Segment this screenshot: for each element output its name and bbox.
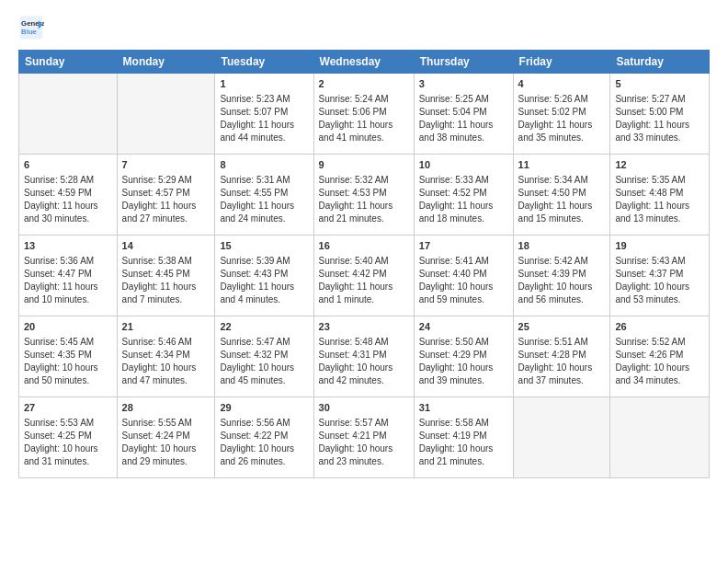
- calendar-week-5: 27Sunrise: 5:53 AM Sunset: 4:25 PM Dayli…: [19, 397, 710, 478]
- day-info: Sunrise: 5:47 AM Sunset: 4:32 PM Dayligh…: [220, 337, 294, 385]
- day-number: 4: [518, 77, 606, 91]
- day-info: Sunrise: 5:48 AM Sunset: 4:31 PM Dayligh…: [319, 337, 393, 385]
- calendar-week-1: 1Sunrise: 5:23 AM Sunset: 5:07 PM Daylig…: [19, 74, 710, 155]
- weekday-friday: Friday: [513, 51, 610, 74]
- day-info: Sunrise: 5:38 AM Sunset: 4:45 PM Dayligh…: [122, 256, 197, 304]
- day-info: Sunrise: 5:25 AM Sunset: 5:04 PM Dayligh…: [419, 94, 494, 143]
- day-info: Sunrise: 5:27 AM Sunset: 5:00 PM Dayligh…: [615, 94, 689, 143]
- calendar-cell: 30Sunrise: 5:57 AM Sunset: 4:21 PM Dayli…: [313, 397, 414, 478]
- calendar-cell: 9Sunrise: 5:32 AM Sunset: 4:53 PM Daylig…: [313, 155, 414, 236]
- day-info: Sunrise: 5:46 AM Sunset: 4:34 PM Dayligh…: [122, 337, 197, 385]
- day-number: 5: [615, 77, 704, 91]
- day-number: 20: [24, 320, 112, 334]
- calendar-cell: 22Sunrise: 5:47 AM Sunset: 4:32 PM Dayli…: [215, 316, 313, 397]
- calendar-cell: 28Sunrise: 5:55 AM Sunset: 4:24 PM Dayli…: [117, 397, 215, 478]
- day-info: Sunrise: 5:31 AM Sunset: 4:55 PM Dayligh…: [220, 175, 294, 224]
- day-number: 10: [419, 158, 508, 172]
- calendar-cell: 18Sunrise: 5:42 AM Sunset: 4:39 PM Dayli…: [513, 236, 610, 316]
- day-info: Sunrise: 5:26 AM Sunset: 5:02 PM Dayligh…: [518, 94, 593, 143]
- day-number: 12: [615, 158, 704, 172]
- day-number: 9: [319, 158, 409, 172]
- day-info: Sunrise: 5:43 AM Sunset: 4:37 PM Dayligh…: [615, 256, 689, 304]
- day-number: 22: [220, 320, 308, 334]
- calendar-cell: [19, 74, 118, 155]
- day-info: Sunrise: 5:51 AM Sunset: 4:28 PM Dayligh…: [518, 337, 593, 385]
- day-number: 19: [615, 239, 704, 253]
- day-number: 27: [24, 401, 112, 415]
- calendar-cell: 6Sunrise: 5:28 AM Sunset: 4:59 PM Daylig…: [19, 155, 118, 236]
- day-info: Sunrise: 5:56 AM Sunset: 4:22 PM Dayligh…: [220, 418, 294, 466]
- calendar-cell: 12Sunrise: 5:35 AM Sunset: 4:48 PM Dayli…: [610, 155, 710, 236]
- day-number: 13: [24, 239, 112, 253]
- weekday-sunday: Sunday: [19, 51, 118, 74]
- day-info: Sunrise: 5:41 AM Sunset: 4:40 PM Dayligh…: [419, 256, 494, 304]
- header: General Blue: [18, 15, 710, 40]
- calendar-cell: 29Sunrise: 5:56 AM Sunset: 4:22 PM Dayli…: [215, 397, 313, 478]
- day-info: Sunrise: 5:55 AM Sunset: 4:24 PM Dayligh…: [122, 418, 197, 466]
- calendar-cell: 15Sunrise: 5:39 AM Sunset: 4:43 PM Dayli…: [215, 236, 313, 316]
- calendar-cell: 3Sunrise: 5:25 AM Sunset: 5:04 PM Daylig…: [414, 74, 513, 155]
- day-info: Sunrise: 5:42 AM Sunset: 4:39 PM Dayligh…: [518, 256, 593, 304]
- weekday-wednesday: Wednesday: [313, 51, 414, 74]
- calendar-cell: 20Sunrise: 5:45 AM Sunset: 4:35 PM Dayli…: [19, 316, 118, 397]
- calendar-cell: 1Sunrise: 5:23 AM Sunset: 5:07 PM Daylig…: [215, 74, 313, 155]
- calendar-week-3: 13Sunrise: 5:36 AM Sunset: 4:47 PM Dayli…: [19, 236, 710, 316]
- day-info: Sunrise: 5:45 AM Sunset: 4:35 PM Dayligh…: [24, 337, 98, 385]
- calendar-cell: 8Sunrise: 5:31 AM Sunset: 4:55 PM Daylig…: [215, 155, 313, 236]
- day-number: 1: [220, 77, 308, 91]
- day-info: Sunrise: 5:34 AM Sunset: 4:50 PM Dayligh…: [518, 175, 593, 224]
- calendar-cell: 17Sunrise: 5:41 AM Sunset: 4:40 PM Dayli…: [414, 236, 513, 316]
- day-info: Sunrise: 5:57 AM Sunset: 4:21 PM Dayligh…: [319, 418, 393, 466]
- day-number: 7: [122, 158, 210, 172]
- day-number: 25: [518, 320, 606, 334]
- day-number: 14: [122, 239, 210, 253]
- day-number: 17: [419, 239, 508, 253]
- day-info: Sunrise: 5:24 AM Sunset: 5:06 PM Dayligh…: [319, 94, 393, 143]
- calendar-cell: 24Sunrise: 5:50 AM Sunset: 4:29 PM Dayli…: [414, 316, 513, 397]
- calendar-week-2: 6Sunrise: 5:28 AM Sunset: 4:59 PM Daylig…: [19, 155, 710, 236]
- day-info: Sunrise: 5:39 AM Sunset: 4:43 PM Dayligh…: [220, 256, 294, 304]
- day-info: Sunrise: 5:35 AM Sunset: 4:48 PM Dayligh…: [615, 175, 689, 224]
- day-number: 16: [319, 239, 409, 253]
- calendar-cell: 23Sunrise: 5:48 AM Sunset: 4:31 PM Dayli…: [313, 316, 414, 397]
- calendar-cell: 11Sunrise: 5:34 AM Sunset: 4:50 PM Dayli…: [513, 155, 610, 236]
- calendar-cell: 25Sunrise: 5:51 AM Sunset: 4:28 PM Dayli…: [513, 316, 610, 397]
- calendar-cell: 7Sunrise: 5:29 AM Sunset: 4:57 PM Daylig…: [117, 155, 215, 236]
- day-info: Sunrise: 5:50 AM Sunset: 4:29 PM Dayligh…: [419, 337, 494, 385]
- day-number: 23: [319, 320, 409, 334]
- weekday-header-row: SundayMondayTuesdayWednesdayThursdayFrid…: [19, 51, 710, 74]
- calendar-cell: 10Sunrise: 5:33 AM Sunset: 4:52 PM Dayli…: [414, 155, 513, 236]
- day-number: 31: [419, 401, 508, 415]
- day-info: Sunrise: 5:29 AM Sunset: 4:57 PM Dayligh…: [122, 175, 197, 224]
- calendar-cell: [513, 397, 610, 478]
- day-number: 29: [220, 401, 308, 415]
- calendar-cell: 27Sunrise: 5:53 AM Sunset: 4:25 PM Dayli…: [19, 397, 118, 478]
- day-info: Sunrise: 5:58 AM Sunset: 4:19 PM Dayligh…: [419, 418, 494, 466]
- day-number: 11: [518, 158, 606, 172]
- day-number: 8: [220, 158, 308, 172]
- logo: General Blue: [18, 15, 48, 40]
- calendar-cell: 2Sunrise: 5:24 AM Sunset: 5:06 PM Daylig…: [313, 74, 414, 155]
- weekday-monday: Monday: [117, 51, 215, 74]
- day-info: Sunrise: 5:53 AM Sunset: 4:25 PM Dayligh…: [24, 418, 98, 466]
- weekday-saturday: Saturday: [610, 51, 710, 74]
- calendar-cell: [610, 397, 710, 478]
- day-number: 2: [319, 77, 409, 91]
- day-info: Sunrise: 5:33 AM Sunset: 4:52 PM Dayligh…: [419, 175, 494, 224]
- day-number: 30: [319, 401, 409, 415]
- calendar-cell: [117, 74, 215, 155]
- day-number: 15: [220, 239, 308, 253]
- day-info: Sunrise: 5:23 AM Sunset: 5:07 PM Dayligh…: [220, 94, 294, 143]
- calendar-cell: 5Sunrise: 5:27 AM Sunset: 5:00 PM Daylig…: [610, 74, 710, 155]
- day-info: Sunrise: 5:28 AM Sunset: 4:59 PM Dayligh…: [24, 175, 98, 224]
- day-info: Sunrise: 5:52 AM Sunset: 4:26 PM Dayligh…: [615, 337, 689, 385]
- day-info: Sunrise: 5:36 AM Sunset: 4:47 PM Dayligh…: [24, 256, 98, 304]
- calendar-cell: 16Sunrise: 5:40 AM Sunset: 4:42 PM Dayli…: [313, 236, 414, 316]
- page: General Blue SundayMondayTuesdayWednesda…: [0, 0, 728, 563]
- calendar-cell: 13Sunrise: 5:36 AM Sunset: 4:47 PM Dayli…: [19, 236, 118, 316]
- day-number: 26: [615, 320, 704, 334]
- day-number: 6: [24, 158, 112, 172]
- calendar-cell: 31Sunrise: 5:58 AM Sunset: 4:19 PM Dayli…: [414, 397, 513, 478]
- day-number: 28: [122, 401, 210, 415]
- day-info: Sunrise: 5:32 AM Sunset: 4:53 PM Dayligh…: [319, 175, 393, 224]
